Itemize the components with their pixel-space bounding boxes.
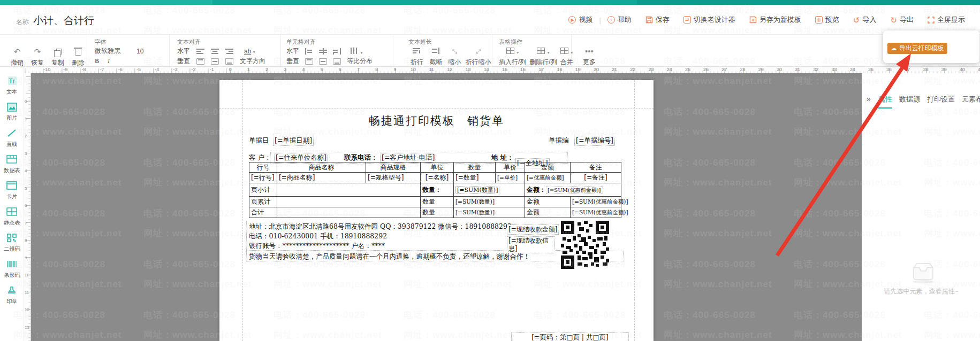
valign-bottom-icon[interactable] [225,58,233,65]
copy-button[interactable] [49,49,66,55]
design-canvas[interactable]: 012345678910111213 畅捷通打印模板 销货单 单据日 [=单据日… [24,73,862,341]
grand-total-row[interactable]: 合计 数量 [=SUM(数量)] 金额 [=SUM(优惠前金额)] [249,207,621,218]
fullscreen-icon [928,17,935,24]
save-button[interactable]: 保存 [645,15,670,25]
switch-designer-button[interactable]: ⇄切换老设计器 [683,15,735,25]
info-line-bank[interactable]: 银行账号：******************** 户名：**** [249,242,385,251]
delete-button[interactable] [70,48,87,56]
tab-print-settings[interactable]: 打印设置 [927,95,955,108]
tool-text[interactable]: Tr 文本 [6,75,18,96]
save-as-new-button[interactable]: 另存为新模板 [749,15,801,25]
wrap-button[interactable]: 折行 [408,46,426,67]
page-number-field[interactable]: [=页码：第□页 | 共□页] [511,332,629,341]
valign-middle-icon[interactable] [211,58,219,65]
copy-label[interactable]: 复制 [51,58,64,67]
date-label[interactable]: 单据日 [249,136,269,145]
items-table[interactable]: 行号商品名称 商品规格单位 数量单价 金额备注 [=行号][=商品名称] [=规… [249,162,621,218]
text-rotate-button[interactable]: ab ▾ [244,48,255,55]
collapse-panel-icon[interactable]: » [867,95,871,103]
cell-align-group: 单元格对齐 水平 ▾ 垂直 等比分布 [281,35,393,66]
align-center-icon[interactable] [211,48,219,55]
page-total-row[interactable]: 页累计 数量 [=SUM(数量)] 金额 [=SUM(优惠前金额)] [249,197,621,207]
page-subtotal-row[interactable]: 页小计 数量： [=SUM(数量)] 金额：[=SUM(优惠前金额)] [249,183,621,197]
text-align-group: 文本对齐 水平 ab ▾ 垂直 文字方向 [170,35,281,66]
tool-image[interactable]: 图片 [6,102,18,122]
template-page[interactable]: 畅捷通打印模板 销货单 单据日 [=单据日期] 单据编 [=单据编号] 客 户：… [219,80,654,341]
valign-top-icon[interactable] [196,58,204,65]
font-family-select[interactable]: 微软雅黑 [95,46,120,56]
italic-button[interactable]: I [108,57,110,65]
distribute-cols-button[interactable]: ▾ [350,46,362,56]
preview-button[interactable]: ◎预览 [815,15,839,25]
date-field[interactable]: [=单据日期] [273,136,314,146]
export-cloud-template-button[interactable]: ☁ 导出云打印模板 [887,43,947,54]
fullscreen-button[interactable]: 全屏显示 [928,15,965,25]
wrap-shrink-icon: ⤢ [476,46,481,57]
text-direction-button[interactable]: 文字方向 [240,57,265,66]
cash-amount-field[interactable]: [=现结收款金额] [507,224,559,235]
undo-icon: ↶ [14,46,21,57]
bold-button[interactable]: B [95,57,99,65]
insert-grid-icon [506,48,514,54]
customer-label[interactable]: 客 户： [249,153,271,162]
qr-code[interactable] [561,221,609,269]
address-label[interactable]: 地 址： [491,153,514,162]
table-data-row[interactable]: [=行号][=商品名称] [=规格型号][=名称] [=数量][=单价] [=优… [249,173,621,183]
doc-no-field[interactable]: [=单据编号] [574,136,615,146]
overflow-group: 文本超长 折行 截断 ⤡缩小 ⤢折行缩小 [393,35,492,66]
info-line-phone[interactable]: 电话：010-62430001 手机：18910888292 [249,232,387,241]
video-icon: ▶ [568,16,576,24]
tool-barcode[interactable]: 条形码 [3,259,21,279]
wrap-shrink-button[interactable]: ⤢折行缩小 [465,46,492,67]
table-header-row[interactable]: 行号商品名称 商品规格单位 数量单价 金额备注 [249,162,621,173]
card-icon [6,180,18,191]
font-group-title: 字体 [95,38,169,46]
tool-line[interactable]: 直线 [6,128,18,148]
cell-align-center-icon[interactable] [319,48,327,55]
tool-data-table[interactable]: 数据表 [3,154,21,174]
qrcode-icon [6,232,18,243]
truncate-icon [432,48,440,54]
redo-button[interactable]: ↷ [29,46,46,57]
contact-phone-label[interactable]: 联系电话： [344,153,378,162]
cell-valign-bottom-icon[interactable] [333,58,341,65]
cell-valign-middle-icon[interactable] [319,58,327,65]
tool-static-table[interactable]: 静态表 [3,206,21,227]
doc-title[interactable]: 畅捷通打印模板 销货单 [219,113,654,128]
export-popup: ☁ 导出云打印模板 [883,30,979,63]
distribute-label[interactable]: 等比分布 [347,57,373,66]
panel-tabs: 属性 数据源 打印设置 元素布局 [878,95,980,108]
cell-align-left-icon[interactable] [305,48,313,55]
undo-label[interactable]: 撤销 [11,58,24,67]
info-line-address[interactable]: 地址：北京市海淀区北清路68号用友软件园 QQ：393879122 微信号：18… [249,222,512,231]
export-button[interactable]: ↻导出 [890,15,914,25]
tool-qrcode[interactable]: 二维码 [3,232,21,253]
divider: | [599,16,601,24]
tab-element-layout[interactable]: 元素布局 [962,95,980,108]
truncate-button[interactable]: 截断 [428,46,445,67]
import-button[interactable]: ↺导入 [853,15,877,25]
insert-row-col-button[interactable]: ▾插入行/列 [499,46,526,67]
delete-label[interactable]: 删除 [72,58,85,67]
tab-properties[interactable]: 属性 [878,95,892,108]
tool-card[interactable]: 卡片 [6,180,18,200]
cell-align-right-icon[interactable] [333,48,341,55]
redo-label[interactable]: 恢复 [31,58,44,67]
shrink-button[interactable]: ⤡缩小 [446,46,462,67]
tab-data-source[interactable]: 数据源 [899,95,920,108]
doc-no-label[interactable]: 单据编 [549,136,569,145]
more-button[interactable]: •••更多 [581,46,597,67]
video-button[interactable]: ▶视频 [568,15,592,25]
notice-line[interactable]: 货物当天请验收清楚，产品质量问题请在一个月内退换，逾期概不负责，还望谅解，谢谢合… [249,252,530,261]
delete-row-col-button[interactable]: ▾删除行/列 [529,46,557,67]
align-left-icon[interactable] [196,48,204,55]
undo-button[interactable]: ↶ [9,46,26,57]
image-icon [6,102,18,112]
align-right-icon[interactable] [225,48,233,55]
tool-stamp[interactable]: 印章 [6,285,18,305]
cell-valign-top-icon[interactable] [305,58,313,65]
help-button[interactable]: ?帮助 [607,15,632,25]
cash-info-field[interactable]: [=现结收款信息] [507,236,555,253]
font-size-select[interactable]: 10 [136,48,143,55]
save-as-icon [749,16,757,24]
